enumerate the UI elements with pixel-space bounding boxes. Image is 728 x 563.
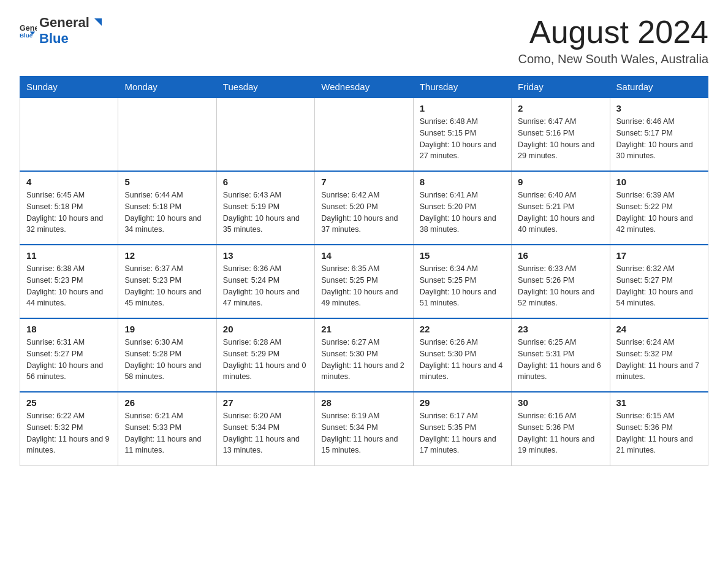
table-row: 18Sunrise: 6:31 AMSunset: 5:27 PMDayligh… [20, 318, 118, 392]
table-row: 4Sunrise: 6:45 AMSunset: 5:18 PMDaylight… [20, 171, 118, 245]
day-info: Sunrise: 6:21 AMSunset: 5:33 PMDaylight:… [124, 410, 210, 456]
calendar-week-row: 25Sunrise: 6:22 AMSunset: 5:32 PMDayligh… [20, 392, 708, 465]
logo-icon: General Blue [20, 22, 37, 39]
calendar-header-row: SundayMondayTuesdayWednesdayThursdayFrid… [20, 77, 708, 98]
day-info: Sunrise: 6:35 AMSunset: 5:25 PMDaylight:… [321, 263, 406, 309]
day-info: Sunrise: 6:20 AMSunset: 5:34 PMDaylight:… [223, 410, 308, 456]
logo-triangle-icon [91, 16, 104, 29]
calendar-header-thursday: Thursday [413, 77, 511, 98]
day-info: Sunrise: 6:48 AMSunset: 5:15 PMDaylight:… [420, 116, 505, 162]
day-number: 9 [518, 177, 603, 187]
day-number: 18 [26, 324, 112, 334]
table-row: 17Sunrise: 6:32 AMSunset: 5:27 PMDayligh… [610, 245, 708, 318]
logo-blue: Blue [39, 31, 69, 46]
table-row: 31Sunrise: 6:15 AMSunset: 5:36 PMDayligh… [610, 392, 708, 465]
day-number: 5 [124, 177, 210, 187]
table-row: 30Sunrise: 6:16 AMSunset: 5:36 PMDayligh… [512, 392, 610, 465]
day-number: 6 [223, 177, 308, 187]
table-row: 11Sunrise: 6:38 AMSunset: 5:23 PMDayligh… [20, 245, 118, 318]
day-info: Sunrise: 6:47 AMSunset: 5:16 PMDaylight:… [518, 116, 603, 162]
calendar-week-row: 1Sunrise: 6:48 AMSunset: 5:15 PMDaylight… [20, 98, 708, 171]
table-row: 20Sunrise: 6:28 AMSunset: 5:29 PMDayligh… [216, 318, 314, 392]
calendar-header-monday: Monday [118, 77, 216, 98]
day-info: Sunrise: 6:36 AMSunset: 5:24 PMDaylight:… [223, 263, 308, 309]
day-info: Sunrise: 6:40 AMSunset: 5:21 PMDaylight:… [518, 190, 603, 236]
table-row: 5Sunrise: 6:44 AMSunset: 5:18 PMDaylight… [118, 171, 216, 245]
day-number: 31 [616, 397, 702, 408]
day-info: Sunrise: 6:24 AMSunset: 5:32 PMDaylight:… [616, 337, 702, 383]
day-number: 28 [321, 397, 406, 408]
day-info: Sunrise: 6:16 AMSunset: 5:36 PMDaylight:… [518, 410, 603, 456]
table-row: 16Sunrise: 6:33 AMSunset: 5:26 PMDayligh… [512, 245, 610, 318]
logo: General Blue General Blue [20, 15, 104, 47]
location: Como, New South Wales, Australia [518, 52, 709, 66]
day-info: Sunrise: 6:34 AMSunset: 5:25 PMDaylight:… [420, 263, 505, 309]
table-row: 25Sunrise: 6:22 AMSunset: 5:32 PMDayligh… [20, 392, 118, 465]
day-info: Sunrise: 6:25 AMSunset: 5:31 PMDaylight:… [518, 337, 603, 383]
table-row [216, 98, 314, 171]
table-row: 14Sunrise: 6:35 AMSunset: 5:25 PMDayligh… [315, 245, 413, 318]
day-number: 19 [124, 324, 210, 334]
day-info: Sunrise: 6:30 AMSunset: 5:28 PMDaylight:… [124, 337, 210, 383]
day-number: 3 [616, 103, 702, 113]
day-number: 7 [321, 177, 406, 187]
day-number: 15 [420, 250, 505, 261]
table-row: 22Sunrise: 6:26 AMSunset: 5:30 PMDayligh… [413, 318, 511, 392]
day-number: 25 [26, 397, 112, 408]
day-number: 11 [26, 250, 112, 261]
day-number: 10 [616, 177, 702, 187]
table-row [118, 98, 216, 171]
table-row: 27Sunrise: 6:20 AMSunset: 5:34 PMDayligh… [216, 392, 314, 465]
calendar-header-tuesday: Tuesday [216, 77, 314, 98]
title-area: August 2024 Como, New South Wales, Austr… [518, 15, 709, 66]
day-number: 30 [518, 397, 603, 408]
table-row: 2Sunrise: 6:47 AMSunset: 5:16 PMDaylight… [512, 98, 610, 171]
table-row: 8Sunrise: 6:41 AMSunset: 5:20 PMDaylight… [413, 171, 511, 245]
day-info: Sunrise: 6:26 AMSunset: 5:30 PMDaylight:… [420, 337, 505, 383]
table-row: 19Sunrise: 6:30 AMSunset: 5:28 PMDayligh… [118, 318, 216, 392]
day-number: 27 [223, 397, 308, 408]
svg-text:Blue: Blue [20, 32, 33, 39]
table-row [20, 98, 118, 171]
calendar-week-row: 18Sunrise: 6:31 AMSunset: 5:27 PMDayligh… [20, 318, 708, 392]
day-number: 26 [124, 397, 210, 408]
day-info: Sunrise: 6:17 AMSunset: 5:35 PMDaylight:… [420, 410, 505, 456]
day-number: 21 [321, 324, 406, 334]
day-info: Sunrise: 6:22 AMSunset: 5:32 PMDaylight:… [26, 410, 112, 456]
day-info: Sunrise: 6:33 AMSunset: 5:26 PMDaylight:… [518, 263, 603, 309]
table-row: 29Sunrise: 6:17 AMSunset: 5:35 PMDayligh… [413, 392, 511, 465]
table-row: 3Sunrise: 6:46 AMSunset: 5:17 PMDaylight… [610, 98, 708, 171]
table-row: 26Sunrise: 6:21 AMSunset: 5:33 PMDayligh… [118, 392, 216, 465]
table-row: 10Sunrise: 6:39 AMSunset: 5:22 PMDayligh… [610, 171, 708, 245]
day-number: 14 [321, 250, 406, 261]
calendar-week-row: 4Sunrise: 6:45 AMSunset: 5:18 PMDaylight… [20, 171, 708, 245]
calendar-header-wednesday: Wednesday [315, 77, 413, 98]
day-info: Sunrise: 6:41 AMSunset: 5:20 PMDaylight:… [420, 190, 505, 236]
page-header: General Blue General Blue August 2024 Co… [20, 15, 708, 66]
day-number: 17 [616, 250, 702, 261]
day-number: 22 [420, 324, 505, 334]
day-number: 13 [223, 250, 308, 261]
svg-marker-3 [94, 18, 102, 26]
table-row: 23Sunrise: 6:25 AMSunset: 5:31 PMDayligh… [512, 318, 610, 392]
table-row: 15Sunrise: 6:34 AMSunset: 5:25 PMDayligh… [413, 245, 511, 318]
day-number: 23 [518, 324, 603, 334]
day-number: 20 [223, 324, 308, 334]
table-row [315, 98, 413, 171]
svg-text:General: General [20, 24, 37, 33]
table-row: 21Sunrise: 6:27 AMSunset: 5:30 PMDayligh… [315, 318, 413, 392]
day-info: Sunrise: 6:28 AMSunset: 5:29 PMDaylight:… [223, 337, 308, 383]
day-number: 2 [518, 103, 603, 113]
calendar-week-row: 11Sunrise: 6:38 AMSunset: 5:23 PMDayligh… [20, 245, 708, 318]
calendar-table: SundayMondayTuesdayWednesdayThursdayFrid… [20, 76, 708, 466]
day-number: 24 [616, 324, 702, 334]
day-info: Sunrise: 6:19 AMSunset: 5:34 PMDaylight:… [321, 410, 406, 456]
day-number: 8 [420, 177, 505, 187]
day-number: 12 [124, 250, 210, 261]
day-info: Sunrise: 6:42 AMSunset: 5:20 PMDaylight:… [321, 190, 406, 236]
table-row: 28Sunrise: 6:19 AMSunset: 5:34 PMDayligh… [315, 392, 413, 465]
day-number: 1 [420, 103, 505, 113]
table-row: 1Sunrise: 6:48 AMSunset: 5:15 PMDaylight… [413, 98, 511, 171]
day-info: Sunrise: 6:32 AMSunset: 5:27 PMDaylight:… [616, 263, 702, 309]
calendar-header-saturday: Saturday [610, 77, 708, 98]
